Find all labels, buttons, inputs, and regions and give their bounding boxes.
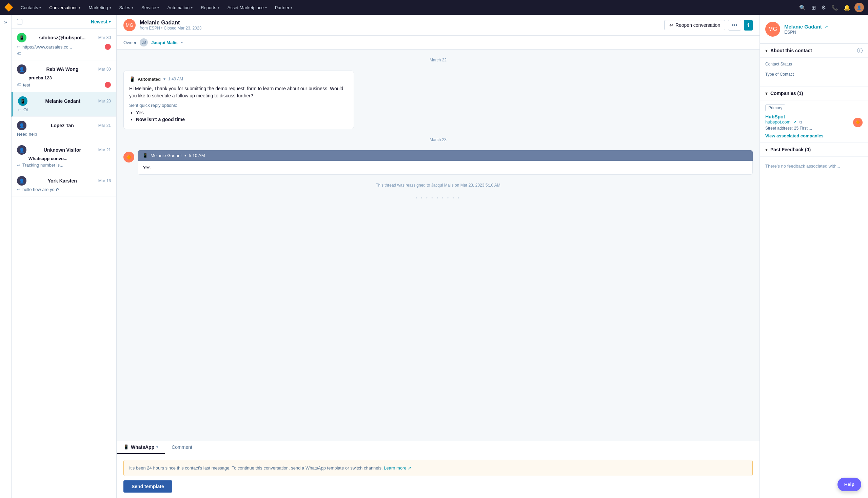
message-content: 📱 Melanie Gadant ▾ 5:10 AM Yes xyxy=(138,150,753,175)
conv-item-row: 👤 Reb WA Wong Mar 30 xyxy=(17,64,111,74)
right-panel: MG Melanie Gadant ↗ ESPN ▾ About this co… xyxy=(760,15,868,498)
collapse-icon: ▾ xyxy=(765,91,767,96)
conv-item-row: 📱 sdobosz@hubspot... Mar 30 xyxy=(17,33,111,42)
help-button[interactable]: Help xyxy=(838,477,861,491)
collapse-icon: ▾ xyxy=(765,147,767,152)
list-item[interactable]: 📱 Melanie Gadant Mar 23 ↩ Oi xyxy=(12,92,116,117)
nav-item-contacts[interactable]: Contacts ▾ xyxy=(17,4,44,12)
owner-dropdown-chevron[interactable]: ▾ xyxy=(181,41,183,44)
conv-item-row: 👤 York Karsten Mar 16 xyxy=(17,176,111,186)
past-feedback-section-header[interactable]: ▾ Past Feedback (0) xyxy=(760,143,868,157)
reply-icon: ↩ xyxy=(18,107,21,112)
unread-badge xyxy=(105,44,111,50)
owner-name[interactable]: Jacqui Malis xyxy=(151,40,177,45)
field-row: Type of Contact xyxy=(765,72,863,77)
message-meta: 📱 Automated ▾ 1:49 AM xyxy=(129,76,348,82)
conversation-list: Newest ▾ 📱 sdobosz@hubspot... Mar 30 ↩ h… xyxy=(12,15,117,498)
compose-body: It's been 24 hours since this contact's … xyxy=(117,454,760,498)
nav-item-marketing[interactable]: Marketing ▾ xyxy=(85,4,114,12)
primary-badge: Primary xyxy=(765,104,785,111)
nav-item-partner[interactable]: Partner ▾ xyxy=(271,4,296,12)
apps-button[interactable]: ⊞ xyxy=(810,3,817,12)
more-options-button[interactable]: ••• xyxy=(728,20,741,30)
chat-area: MG Melanie Gadant from ESPN • Closed Mar… xyxy=(117,15,760,498)
list-item[interactable]: 📱 sdobosz@hubspot... Mar 30 ↩ https://ww… xyxy=(12,29,116,61)
list-item[interactable]: 👤 York Karsten Mar 16 ↩ hello how are yo… xyxy=(12,172,116,196)
list-item[interactable]: 👤 Lopez Tan Mar 21 Need help xyxy=(12,117,116,141)
external-link-icon[interactable]: ↗ xyxy=(825,24,828,29)
conv-item-sub2: prueba 123 xyxy=(17,75,111,80)
company-row: HubSpot hubspot.com ↗ ⧉ Street address: … xyxy=(765,114,863,131)
nav-item-asset-marketplace[interactable]: Asset Marketplace ▾ xyxy=(224,4,270,12)
conv-item-row2: ↩ https://www.carsales.co... xyxy=(17,44,111,50)
about-section-title: About this contact xyxy=(770,48,854,53)
contact-icon: 👤 xyxy=(17,145,26,155)
right-contact-header: MG Melanie Gadant ↗ ESPN xyxy=(760,15,868,44)
info-button[interactable]: ℹ xyxy=(744,20,753,30)
message-body: Yes xyxy=(138,161,753,175)
unread-badge xyxy=(105,82,111,88)
learn-more-link[interactable]: Learn more ↗ xyxy=(384,466,411,471)
about-info-icon[interactable]: ℹ xyxy=(857,48,863,53)
field-label: Type of Contact xyxy=(765,72,863,77)
whatsapp-icon-small: 📱 xyxy=(143,153,148,158)
search-button[interactable]: 🔍 xyxy=(798,3,807,12)
reports-chevron: ▾ xyxy=(218,6,219,10)
company-name[interactable]: HubSpot xyxy=(765,114,853,119)
conv-item-sub2: Whatsapp convo... xyxy=(17,156,111,161)
settings-button[interactable]: ⚙ xyxy=(820,3,827,12)
reply-icon: ↩ xyxy=(17,163,21,168)
list-item[interactable]: 👤 Reb WA Wong Mar 30 prueba 123 🏷 test xyxy=(12,61,116,92)
phone-button[interactable]: 📞 xyxy=(830,3,840,12)
chat-header: MG Melanie Gadant from ESPN • Closed Mar… xyxy=(117,15,760,36)
user-avatar[interactable]: 👤 xyxy=(854,3,864,12)
companies-section-header[interactable]: ▾ Companies (1) xyxy=(760,87,868,101)
whatsapp-icon: 📱 xyxy=(17,33,26,42)
main-layout: » Newest ▾ 📱 sdobosz@hubspot... Mar 30 ↩… xyxy=(0,15,868,498)
reassign-notice: This thread was reassigned to Jacqui Mal… xyxy=(123,180,753,190)
reopen-icon: ↩ xyxy=(669,22,673,28)
owner-bar: Owner JM Jacqui Malis ▾ xyxy=(117,36,760,50)
whatsapp-tab-chevron: ▾ xyxy=(156,445,158,449)
automation-chevron: ▾ xyxy=(191,6,192,10)
right-contact-avatar: MG xyxy=(765,22,780,37)
tab-whatsapp[interactable]: 📱 WhatsApp ▾ xyxy=(117,441,165,454)
tab-comment[interactable]: Comment xyxy=(165,441,199,454)
conv-item-row2: ↩ Tracking number is... xyxy=(17,162,111,168)
warning-box: It's been 24 hours since this contact's … xyxy=(123,460,753,477)
nav-item-service[interactable]: Service ▾ xyxy=(138,4,162,12)
nav-item-reports[interactable]: Reports ▾ xyxy=(197,4,223,12)
notifications-button[interactable]: 🔔 xyxy=(842,3,852,12)
reopen-conversation-button[interactable]: ↩ Reopen conversation xyxy=(664,20,725,30)
company-url[interactable]: hubspot.com xyxy=(765,119,790,124)
sidebar-collapse: » xyxy=(0,15,12,498)
chat-contact-name: Melanie Gadant xyxy=(140,20,660,26)
list-item[interactable]: 👤 Unknown Visitor Mar 21 Whatsapp convo.… xyxy=(12,141,116,172)
sort-chevron: ▾ xyxy=(109,20,111,24)
send-template-button[interactable]: Send template xyxy=(123,480,172,493)
service-chevron: ▾ xyxy=(157,6,159,10)
collapse-button[interactable]: » xyxy=(4,19,7,25)
contact-icon: 👤 xyxy=(17,121,26,130)
hubspot-logo[interactable]: 🔶 xyxy=(4,3,13,12)
chat-header-actions: ↩ Reopen conversation ••• ℹ xyxy=(664,20,753,30)
nav-item-conversations[interactable]: Conversations ▾ xyxy=(46,4,84,12)
automated-message: 📱 Automated ▾ 1:49 AM Hi Melanie, Thank … xyxy=(123,70,354,129)
nav-item-sales[interactable]: Sales ▾ xyxy=(116,4,137,12)
conv-item-row2: Need help xyxy=(17,132,111,137)
about-section-body: Contact Status Type of Contact xyxy=(760,58,868,87)
company-external-link-icon[interactable]: ↗ xyxy=(793,120,797,124)
partner-chevron: ▾ xyxy=(291,6,292,10)
nav-item-automation[interactable]: Automation ▾ xyxy=(164,4,196,12)
marketing-chevron: ▾ xyxy=(109,6,111,10)
contacts-chevron: ▾ xyxy=(39,6,41,10)
sort-button[interactable]: Newest ▾ xyxy=(91,19,111,24)
view-companies-link[interactable]: View associated companies xyxy=(765,133,863,139)
select-all-checkbox[interactable] xyxy=(17,19,22,24)
about-section-header[interactable]: ▾ About this contact ℹ xyxy=(760,44,868,58)
contact-icon: 📱 xyxy=(18,96,27,106)
conv-item-tags: 🏷 xyxy=(17,51,111,56)
right-contact-name[interactable]: Melanie Gadant xyxy=(784,24,822,29)
reply-icon: ↩ xyxy=(17,187,21,192)
copy-icon[interactable]: ⧉ xyxy=(799,120,802,124)
